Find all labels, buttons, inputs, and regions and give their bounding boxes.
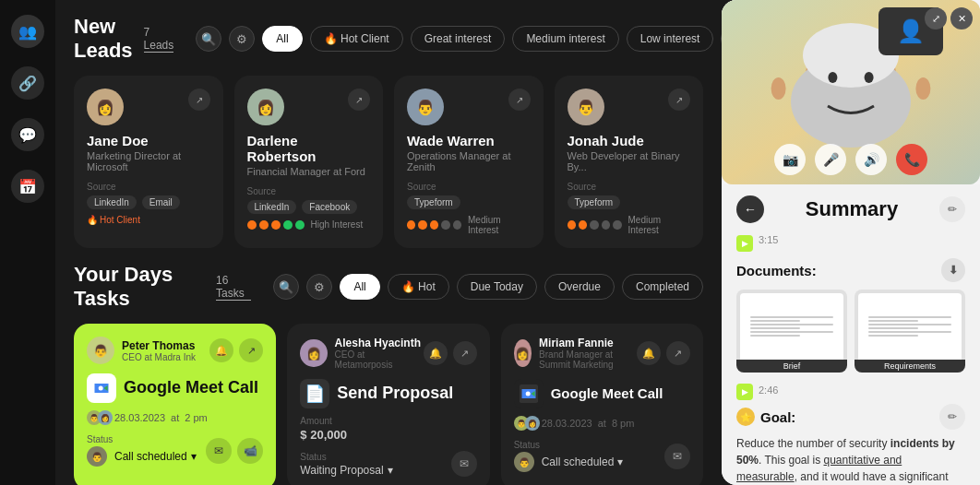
status-dropdown-miriam[interactable]: 👨 Call scheduled ▾ bbox=[514, 452, 624, 472]
goal-edit-btn[interactable]: ✏ bbox=[939, 404, 965, 430]
tasks-filter-icon[interactable]: ⚙ bbox=[306, 274, 332, 300]
leads-filter-low[interactable]: Low interest bbox=[627, 26, 714, 52]
status-footer-actions-miriam: ✉ bbox=[664, 444, 690, 469]
goal-time-icon: ▶ bbox=[736, 384, 753, 400]
task-card-miriam: 👩 Miriam Fannie Brand Manager at Summit … bbox=[501, 324, 703, 485]
email-btn-alesha[interactable]: ✉ bbox=[451, 451, 477, 477]
sidebar-icon-people[interactable]: 👥 bbox=[11, 15, 44, 48]
summary-docs-title: Documents: ⬇ bbox=[736, 258, 965, 282]
email-btn-peter[interactable]: ✉ bbox=[206, 438, 232, 464]
summary-edit-btn[interactable]: ✏ bbox=[939, 196, 965, 222]
status-dropdown-peter[interactable]: 👨 Call scheduled ▾ bbox=[87, 446, 197, 467]
lead-role-jonah: Web Developer at Binary By... bbox=[568, 150, 691, 172]
leads-filter-medium[interactable]: Medium interest bbox=[512, 26, 618, 52]
interest-dots-jonah: Medium Interest bbox=[568, 215, 691, 235]
lead-role-darlene: Financial Manager at Ford bbox=[247, 166, 371, 177]
leads-search-icon[interactable]: 🔍 bbox=[196, 26, 221, 52]
video-camera-btn[interactable]: 📷 bbox=[774, 144, 806, 175]
download-btn[interactable]: ⬇ bbox=[941, 258, 965, 282]
video-mic-btn[interactable]: 🎤 bbox=[815, 144, 846, 175]
interest-label-wade: Medium Interest bbox=[468, 215, 530, 235]
task-person-role-miriam: Brand Manager at Summit Marketing bbox=[539, 349, 637, 370]
goal-header: ⭐ Goal: ✏ bbox=[736, 404, 965, 430]
task-title-miriam: Google Meet Call bbox=[551, 385, 663, 402]
video-hangup-btn[interactable]: 📞 bbox=[896, 144, 927, 175]
expand-darlene[interactable]: ↗ bbox=[348, 89, 370, 111]
leads-filter-all[interactable]: All bbox=[262, 26, 302, 52]
tasks-filter-due[interactable]: Due Today bbox=[457, 274, 537, 300]
expand-wade[interactable]: ↗ bbox=[508, 89, 531, 111]
task-type-icon-miriam bbox=[514, 379, 544, 408]
status-dropdown-alesha[interactable]: Waiting Proposal ▾ bbox=[300, 464, 392, 477]
goal-label: Goal: bbox=[760, 409, 795, 425]
sidebar-icon-chat[interactable]: 💬 bbox=[11, 118, 44, 151]
interest-dots-wade: Medium Interest bbox=[407, 215, 531, 235]
sidebar-icon-calendar[interactable]: 📅 bbox=[11, 170, 44, 203]
tasks-header: Your Days Tasks 16 Tasks 🔍 ⚙ All 🔥 Hot D… bbox=[74, 263, 703, 311]
lead-card-jonah: 👨 ↗ Jonah Jude Web Developer at Binary B… bbox=[555, 76, 704, 248]
video-expand-btn[interactable]: ⤢ bbox=[925, 7, 947, 30]
tasks-filter-completed[interactable]: Completed bbox=[622, 274, 703, 300]
leads-filter-great[interactable]: Great interest bbox=[411, 26, 506, 52]
avatar-peter: 👨 bbox=[87, 337, 114, 364]
lead-source-label-jane: Source bbox=[87, 182, 210, 192]
avatar-darlene: 👩 bbox=[247, 89, 284, 125]
bell-btn-peter[interactable]: 🔔 bbox=[209, 338, 233, 362]
video-close-btn[interactable]: ✕ bbox=[950, 7, 973, 30]
svg-point-3 bbox=[525, 392, 530, 396]
amount-value-alesha: $ 20,000 bbox=[300, 428, 476, 442]
tag-typeform-wade[interactable]: Typeform bbox=[407, 195, 460, 209]
tag-linkedin-jane[interactable]: LinkedIn bbox=[87, 195, 137, 209]
tasks-count: 16 Tasks bbox=[216, 274, 251, 301]
task-actions-miriam: 🔔 ↗ bbox=[637, 341, 690, 365]
task-person-name-alesha: Alesha Hyacinth bbox=[335, 337, 424, 349]
avatar-miriam: 👩 bbox=[514, 339, 532, 367]
tag-linkedin-darlene[interactable]: LinkedIn bbox=[247, 200, 297, 214]
tag-email-jane[interactable]: Email bbox=[142, 195, 180, 209]
lead-role-wade: Operations Manager at Zenith bbox=[407, 150, 531, 172]
expand-btn-miriam[interactable]: ↗ bbox=[666, 341, 690, 365]
task-header-miriam: 👩 Miriam Fannie Brand Manager at Summit … bbox=[514, 337, 690, 370]
task-date-miriam: 👨 👩 28.03.2023 at 8 pm bbox=[514, 416, 690, 431]
doc-brief[interactable]: Brief bbox=[736, 290, 847, 373]
task-footer-alesha: Status Waiting Proposal ▾ ✉ bbox=[300, 451, 476, 477]
svg-point-10 bbox=[771, 77, 786, 100]
tasks-filter-all[interactable]: All bbox=[340, 274, 379, 300]
video-btn-peter[interactable]: 📹 bbox=[237, 438, 263, 464]
tasks-filter-hot[interactable]: 🔥 Hot bbox=[388, 274, 449, 300]
lead-source-label-darlene: Source bbox=[247, 186, 371, 196]
expand-jane[interactable]: ↗ bbox=[188, 89, 210, 111]
tag-typeform-jonah[interactable]: Typeform bbox=[568, 195, 621, 209]
summary-time-icon: ▶ bbox=[736, 235, 753, 252]
leads-filters: 🔍 ⚙ All 🔥 Hot Client Great interest Medi… bbox=[196, 26, 722, 52]
email-btn-miriam[interactable]: ✉ bbox=[664, 444, 690, 469]
goal-text: Reduce the number of security incidents … bbox=[736, 435, 965, 485]
task-card-peter: 👨 Peter Thomas CEO at Madra Ink 🔔 ↗ bbox=[74, 324, 276, 485]
summary-back-btn[interactable]: ← bbox=[736, 195, 764, 223]
sidebar-icon-link[interactable]: 🔗 bbox=[11, 66, 44, 100]
task-header-alesha: 👩 Alesha Hyacinth CEO at Metamorposis 🔔 … bbox=[300, 337, 476, 370]
lead-name-jane: Jane Doe bbox=[87, 133, 210, 148]
bell-btn-miriam[interactable]: 🔔 bbox=[637, 341, 661, 365]
task-actions-alesha: 🔔 ↗ bbox=[424, 341, 477, 365]
leads-filter-icon[interactable]: ⚙ bbox=[229, 26, 255, 52]
expand-btn-peter[interactable]: ↗ bbox=[239, 338, 263, 362]
status-label-peter: Status bbox=[87, 434, 197, 444]
tasks-search-icon[interactable]: 🔍 bbox=[273, 274, 299, 300]
interest-label-darlene: High Interest bbox=[311, 219, 364, 230]
expand-btn-alesha[interactable]: ↗ bbox=[453, 341, 477, 365]
task-header-peter: 👨 Peter Thomas CEO at Madra Ink 🔔 ↗ bbox=[87, 337, 263, 364]
lead-name-darlene: Darlene Robertson bbox=[247, 133, 371, 164]
doc-requirements[interactable]: Requirements bbox=[855, 290, 965, 373]
leads-filter-hot[interactable]: 🔥 Hot Client bbox=[310, 26, 403, 52]
lead-tags-jane: LinkedIn Email bbox=[87, 195, 210, 209]
expand-jonah[interactable]: ↗ bbox=[668, 89, 690, 111]
video-speaker-btn[interactable]: 🔊 bbox=[855, 144, 887, 175]
bell-btn-alesha[interactable]: 🔔 bbox=[424, 341, 448, 365]
summary-time-1: 3:15 bbox=[759, 234, 778, 245]
tasks-filter-overdue[interactable]: Overdue bbox=[544, 274, 615, 300]
doc-brief-body bbox=[740, 293, 843, 360]
task-title-peter: Google Meet Call bbox=[124, 378, 258, 398]
tag-facebook-darlene[interactable]: Facebook bbox=[302, 200, 357, 214]
lead-card-jane: 👩 ↗ Jane Doe Marketing Director at Micro… bbox=[74, 76, 223, 248]
